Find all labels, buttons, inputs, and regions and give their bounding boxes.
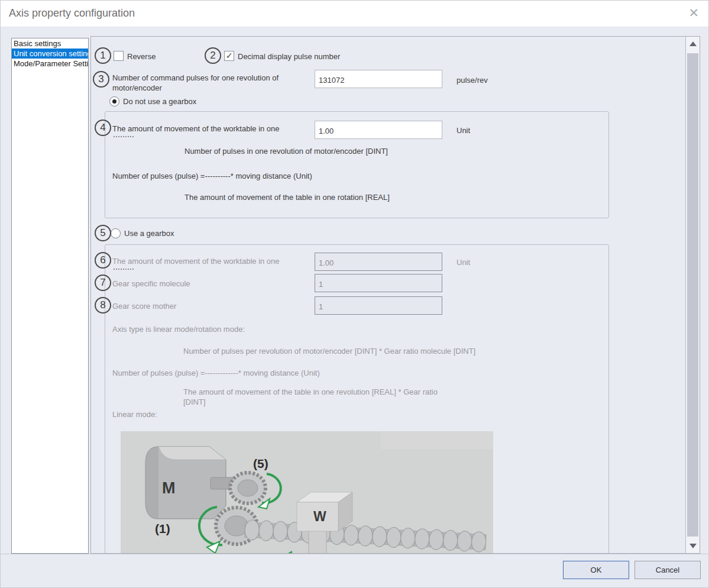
gear-mother-label: Gear score mother <box>112 302 176 311</box>
settings-panel: 1 Reverse 2 ✓ Decimal display pulse numb… <box>90 36 700 554</box>
gearbox-illustration: M <box>121 431 493 553</box>
callout-4-badge: 4 <box>95 119 111 136</box>
command-pulses-label-line1: Number of command pulses for one revolut… <box>112 73 279 82</box>
decimal-display-checkbox[interactable]: ✓ <box>224 51 234 61</box>
callout-6-badge: 6 <box>95 252 111 269</box>
close-icon[interactable]: ✕ <box>688 6 699 20</box>
worktable-movement-unit: Unit <box>457 126 470 135</box>
clipped-label-line <box>114 135 134 137</box>
command-pulses-input[interactable] <box>315 70 442 88</box>
reverse-label: Reverse <box>127 52 156 61</box>
dialog-body: Basic settings Unit conversion setting M… <box>1 27 708 588</box>
callout-2-badge: 2 <box>205 47 221 64</box>
motor-label: M <box>162 479 176 497</box>
callout-5-badge: 5 <box>95 225 111 241</box>
settings-content: 1 Reverse 2 ✓ Decimal display pulse numb… <box>91 37 685 553</box>
formula1-main: Number of pulses (pulse) =----------* mo… <box>112 172 312 180</box>
dialog-window: Axis property configuration ✕ Basic sett… <box>0 0 709 588</box>
title-bar: Axis property configuration ✕ <box>1 1 708 27</box>
worktable-movement-label: The amount of movement of the worktable … <box>112 124 280 133</box>
formula2-main: Number of pulses (pulse) =-------------*… <box>112 369 320 377</box>
callout-7-badge: 7 <box>95 274 111 291</box>
linear-mode-label: Linear mode: <box>112 410 157 419</box>
settings-list[interactable]: Basic settings Unit conversion setting M… <box>11 38 89 554</box>
illustration-callout-5: (5) <box>253 457 268 470</box>
small-gear-shape <box>230 473 266 503</box>
clipped-label-line <box>114 268 134 270</box>
use-gearbox-label: Use a gearbox <box>124 229 174 238</box>
gear-molecule-input <box>315 274 442 292</box>
gearbox-worktable-input <box>315 253 442 271</box>
gearbox-worktable-label: The amount of movement of the worktable … <box>112 257 280 266</box>
illustration-callout-1: (1) <box>155 522 170 535</box>
gearbox-worktable-unit: Unit <box>457 258 470 267</box>
sidebar-item-basic-settings[interactable]: Basic settings <box>12 38 88 49</box>
sidebar-item-unit-conversion[interactable]: Unit conversion setting <box>12 49 88 59</box>
dialog-title: Axis property configuration <box>9 7 135 20</box>
illustration-callout-4: (4) <box>206 551 221 553</box>
scroll-down-button[interactable] <box>686 539 700 553</box>
formula2-denominator-line2: [DINT] <box>183 398 206 406</box>
scroll-up-button[interactable] <box>686 37 700 51</box>
callout-3-badge: 3 <box>93 71 109 88</box>
dialog-footer: OK Cancel <box>1 554 708 588</box>
arrow-down-icon <box>689 544 697 548</box>
command-pulses-unit: pulse/rev <box>457 76 488 85</box>
reverse-checkbox[interactable] <box>114 51 124 61</box>
cancel-button[interactable]: Cancel <box>634 561 701 579</box>
gear-molecule-label: Gear specific molecule <box>112 279 190 288</box>
ok-button[interactable]: OK <box>563 561 629 579</box>
no-gearbox-radio[interactable] <box>109 96 119 106</box>
sidebar-item-mode-parameter[interactable]: Mode/Parameter Setti <box>12 59 88 69</box>
gear-mother-input <box>315 296 442 315</box>
formula2-numerator: Number of pulses per revolution of motor… <box>183 347 475 356</box>
no-gearbox-label: Do not use a gearbox <box>123 97 196 106</box>
vertical-scrollbar[interactable] <box>685 37 700 553</box>
scrollbar-thumb[interactable] <box>687 53 698 537</box>
axis-type-label: Axis type is linear mode/rotation mode: <box>112 325 245 334</box>
decimal-display-label: Decimal display pulse number <box>238 52 340 61</box>
command-pulses-label-line2: motor/encoder <box>112 83 162 92</box>
use-gearbox-radio[interactable] <box>111 228 121 238</box>
formula2-denominator-line1: The amount of movement of the table in o… <box>183 387 438 396</box>
callout-8-badge: 8 <box>95 297 111 314</box>
formula1-numerator: Number of pulses in one revolution of mo… <box>184 147 388 156</box>
arrow-up-icon <box>689 41 697 46</box>
formula1-denominator: The amount of movement of the table in o… <box>184 193 390 202</box>
worktable-label: W <box>313 509 326 524</box>
callout-1-badge: 1 <box>95 47 111 64</box>
worktable-movement-input[interactable] <box>315 121 442 139</box>
